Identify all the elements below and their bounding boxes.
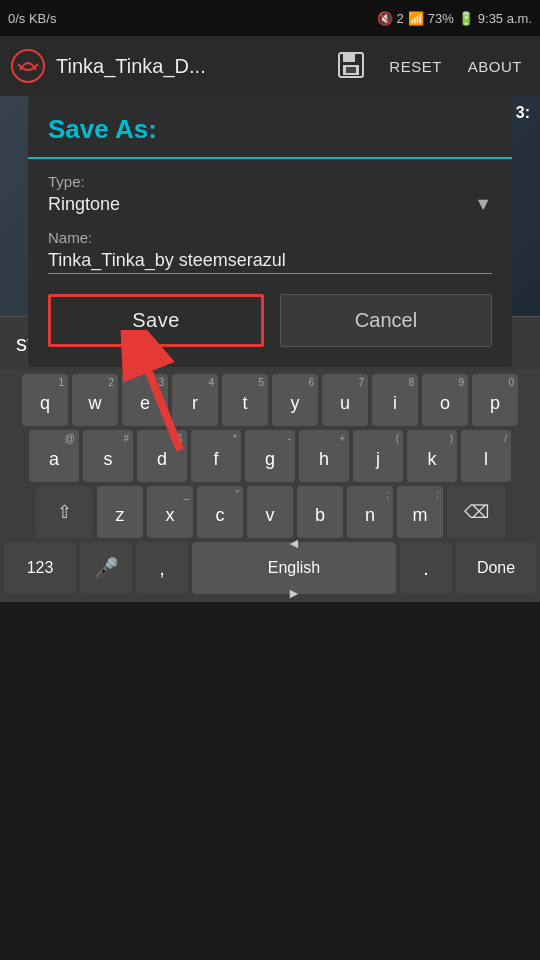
key-a[interactable]: @a bbox=[29, 430, 79, 482]
key-num-i: 8 bbox=[408, 377, 414, 388]
dialog-title: Save As: bbox=[28, 96, 512, 159]
status-left: 0/s KB/s bbox=[8, 11, 56, 26]
key-n[interactable]: ;n bbox=[347, 486, 393, 538]
key-letter-k: k bbox=[428, 449, 437, 470]
key-num-a: @ bbox=[65, 433, 75, 444]
key-z[interactable]: z bbox=[97, 486, 143, 538]
app-title: Tinka_Tinka_D... bbox=[56, 55, 321, 78]
key-v[interactable]: v bbox=[247, 486, 293, 538]
period-key[interactable]: . bbox=[400, 542, 452, 594]
dialog-buttons: Save Cancel bbox=[28, 294, 512, 347]
signal-icon: 📶 bbox=[408, 11, 424, 26]
app-logo-icon bbox=[10, 48, 46, 84]
language-selector[interactable]: ◄ English ► bbox=[192, 542, 396, 594]
reset-button[interactable]: RESET bbox=[381, 52, 450, 81]
key-num-d: & bbox=[176, 433, 183, 444]
comma-key[interactable]: , bbox=[136, 542, 188, 594]
keyboard-row-1: 1q2w3e4r5t6y7u8i9o0p bbox=[0, 370, 540, 426]
key-num-j: ( bbox=[396, 433, 399, 444]
key-y[interactable]: 6y bbox=[272, 374, 318, 426]
type-label: Type: bbox=[48, 173, 492, 190]
key-g[interactable]: -g bbox=[245, 430, 295, 482]
shift-key[interactable]: ⇧ bbox=[35, 486, 93, 538]
key-h[interactable]: +h bbox=[299, 430, 349, 482]
svg-rect-2 bbox=[343, 53, 355, 62]
key-r[interactable]: 4r bbox=[172, 374, 218, 426]
battery-percent: 73% bbox=[428, 11, 454, 26]
keyboard: 1q2w3e4r5t6y7u8i9o0p @a#s&d*f-g+h(j)k/l … bbox=[0, 370, 540, 602]
key-t[interactable]: 5t bbox=[222, 374, 268, 426]
key-num-n: ; bbox=[386, 489, 389, 500]
key-num-f: * bbox=[233, 433, 237, 444]
type-value[interactable]: Ringtone bbox=[48, 194, 474, 215]
type-row: Ringtone ▼ bbox=[48, 194, 492, 215]
app-bar: Tinka_Tinka_D... RESET ABOUT bbox=[0, 36, 540, 96]
key-letter-j: j bbox=[376, 449, 380, 470]
lang-left-arrow: ◄ bbox=[287, 535, 301, 551]
key-s[interactable]: #s bbox=[83, 430, 133, 482]
floppy-disk-icon bbox=[337, 51, 365, 79]
about-button[interactable]: ABOUT bbox=[460, 52, 530, 81]
key-d[interactable]: &d bbox=[137, 430, 187, 482]
language-label: English bbox=[268, 559, 320, 577]
key-letter-x: x bbox=[166, 505, 175, 526]
notification-icon: 2 bbox=[397, 11, 404, 26]
key-m[interactable]: :m bbox=[397, 486, 443, 538]
key-w[interactable]: 2w bbox=[72, 374, 118, 426]
status-bar: 0/s KB/s 🔇 2 📶 73% 🔋 9:35 a.m. bbox=[0, 0, 540, 36]
cancel-button[interactable]: Cancel bbox=[280, 294, 492, 347]
status-right: 🔇 2 📶 73% 🔋 9:35 a.m. bbox=[377, 11, 532, 26]
save-icon-button[interactable] bbox=[331, 45, 371, 88]
key-num-o: 9 bbox=[458, 377, 464, 388]
timer-display: 3: bbox=[516, 104, 530, 122]
key-letter-n: n bbox=[365, 505, 375, 526]
key-l[interactable]: /l bbox=[461, 430, 511, 482]
key-u[interactable]: 7u bbox=[322, 374, 368, 426]
key-num-u: 7 bbox=[358, 377, 364, 388]
backspace-key[interactable]: ⌫ bbox=[447, 486, 505, 538]
key-num-r: 4 bbox=[208, 377, 214, 388]
name-label: Name: bbox=[48, 229, 492, 246]
key-x[interactable]: _x bbox=[147, 486, 193, 538]
key-k[interactable]: )k bbox=[407, 430, 457, 482]
name-input-wrapper bbox=[48, 250, 492, 274]
done-key[interactable]: Done bbox=[456, 542, 536, 594]
save-button[interactable]: Save bbox=[48, 294, 264, 347]
numbers-key[interactable]: 123 bbox=[4, 542, 76, 594]
key-f[interactable]: *f bbox=[191, 430, 241, 482]
key-p[interactable]: 0p bbox=[472, 374, 518, 426]
key-num-s: # bbox=[123, 433, 129, 444]
key-c[interactable]: "c bbox=[197, 486, 243, 538]
key-letter-l: l bbox=[484, 449, 488, 470]
key-num-h: + bbox=[339, 433, 345, 444]
dialog-body: Type: Ringtone ▼ Name: bbox=[28, 159, 512, 274]
key-num-t: 5 bbox=[258, 377, 264, 388]
microphone-key[interactable]: 🎤 bbox=[80, 542, 132, 594]
lang-right-arrow: ► bbox=[287, 585, 301, 601]
key-num-e: 3 bbox=[158, 377, 164, 388]
key-q[interactable]: 1q bbox=[22, 374, 68, 426]
key-letter-o: o bbox=[440, 393, 450, 414]
save-as-dialog: Save As: Type: Ringtone ▼ Name: Save Can… bbox=[28, 96, 512, 367]
key-letter-y: y bbox=[291, 393, 300, 414]
key-e[interactable]: 3e bbox=[122, 374, 168, 426]
key-num-g: - bbox=[288, 433, 291, 444]
key-j[interactable]: (j bbox=[353, 430, 403, 482]
key-i[interactable]: 8i bbox=[372, 374, 418, 426]
key-letter-c: c bbox=[216, 505, 225, 526]
key-num-w: 2 bbox=[108, 377, 114, 388]
key-letter-f: f bbox=[213, 449, 218, 470]
key-letter-s: s bbox=[104, 449, 113, 470]
network-icon: 🔇 bbox=[377, 11, 393, 26]
name-input[interactable] bbox=[48, 250, 492, 271]
key-letter-z: z bbox=[116, 505, 125, 526]
key-letter-v: v bbox=[266, 505, 275, 526]
key-b[interactable]: b bbox=[297, 486, 343, 538]
dropdown-arrow-icon: ▼ bbox=[474, 194, 492, 215]
svg-point-0 bbox=[12, 50, 44, 82]
key-letter-t: t bbox=[242, 393, 247, 414]
keyboard-row-3: ⇧ z_x"cvb;n:m ⌫ bbox=[0, 482, 540, 538]
keyboard-bottom-bar: 123 🎤 , ◄ English ► . Done bbox=[0, 538, 540, 602]
key-letter-g: g bbox=[265, 449, 275, 470]
key-o[interactable]: 9o bbox=[422, 374, 468, 426]
